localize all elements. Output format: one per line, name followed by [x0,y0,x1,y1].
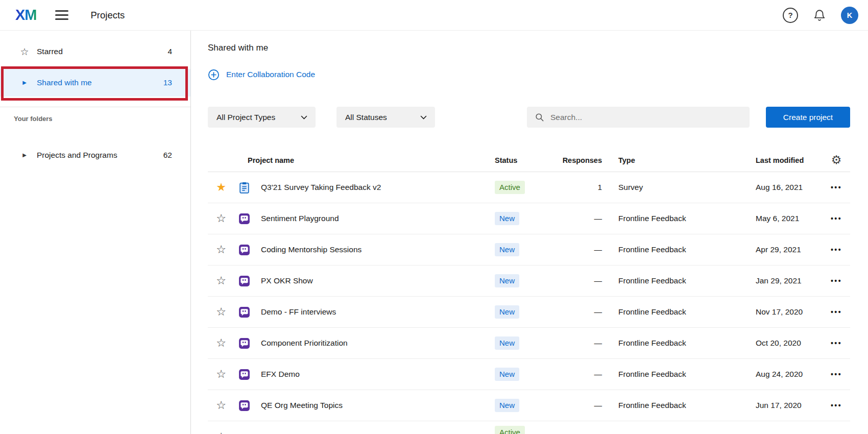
section-heading: Shared with me [208,42,850,54]
column-header-last-modified[interactable]: Last modified [736,156,823,164]
ellipsis-icon: ••• [831,277,842,284]
your-folders-label: Your folders [14,115,53,123]
project-name[interactable]: QE Org Meeting Topics [253,401,495,410]
star-cell[interactable]: ☆ [208,275,226,286]
star-cell[interactable]: ★ [208,182,226,193]
frontline-feedback-icon [238,368,251,381]
table-row[interactable]: ☆ Active ••• [208,421,850,434]
plus-circle-icon [208,69,220,81]
avatar[interactable]: K [841,7,858,24]
ellipsis-icon: ••• [831,402,842,409]
project-icon-cell [226,275,253,287]
table-row[interactable]: ★ Q3'21 Survey Taking Feedback v2 Active… [208,172,850,203]
project-name[interactable]: PX OKR Show [253,276,495,285]
status-filter[interactable]: All Statuses [336,107,435,128]
responses-value: — [555,370,602,379]
column-header-responses[interactable]: Responses [555,156,602,164]
create-project-button[interactable]: Create project [766,107,850,128]
row-actions-button[interactable]: ••• [823,340,850,347]
project-name[interactable]: Component Prioritization [253,339,495,348]
column-header-type[interactable]: Type [602,156,736,164]
table-row[interactable]: ☆ Sentiment Playground New — Frontline F… [208,203,850,234]
responses-value: — [555,339,602,348]
sidebar-item-label: Projects and Programs [37,151,117,160]
star-outline-icon: ☆ [216,400,226,411]
table-row[interactable]: ☆ QE Org Meeting Topics New — Frontline … [208,390,850,421]
top-bar: XM Projects ? K [0,0,868,31]
status-cell: New [495,368,555,381]
last-modified: Aug 24, 2020 [736,370,823,379]
table-row[interactable]: ☆ Component Prioritization New — Frontli… [208,328,850,359]
notifications-button[interactable] [813,9,826,22]
row-actions-button[interactable]: ••• [823,402,850,409]
frontline-feedback-icon [238,212,251,225]
star-cell[interactable]: ☆ [208,400,226,411]
ellipsis-icon: ••• [831,246,842,253]
table-row[interactable]: ☆ Demo - FF interviews New — Frontline F… [208,297,850,328]
question-mark-icon: ? [788,11,792,19]
star-outline-icon: ☆ [216,369,226,380]
status-filter-label: All Statuses [345,113,387,122]
row-actions-button[interactable]: ••• [823,277,850,284]
project-type: Frontline Feedback [602,214,736,223]
responses-value: — [555,214,602,223]
column-header-project-name[interactable]: Project name [226,156,495,164]
search-icon [535,112,544,122]
status-cell: New [495,399,555,412]
row-actions-button[interactable]: ••• [823,246,850,253]
project-name[interactable]: Q3'21 Survey Taking Feedback v2 [253,183,495,192]
star-cell[interactable]: ☆ [208,244,226,255]
sidebar-item-label: Shared with me [37,78,92,87]
ellipsis-icon: ••• [831,340,842,347]
search-input[interactable] [527,107,750,128]
last-modified: Jan 29, 2021 [736,276,823,285]
project-icon-cell [226,212,253,225]
star-cell[interactable]: ☆ [208,306,226,318]
row-actions-button[interactable]: ••• [823,371,850,378]
row-actions-button[interactable]: ••• [823,215,850,222]
table-row[interactable]: ☆ PX OKR Show New — Frontline Feedback J… [208,266,850,297]
filters-row: All Project Types All Statuses Create pr… [208,107,850,128]
star-cell[interactable]: ☆ [208,337,226,349]
star-cell[interactable]: ☆ [208,369,226,380]
sidebar-item-shared-with-me[interactable]: ▶ Shared with me 13 [0,69,190,97]
project-name[interactable]: Coding Mentorship Sessions [253,245,495,254]
sidebar-item-starred[interactable]: ☆ Starred 4 [0,38,190,65]
menu-icon[interactable] [55,10,68,20]
projects-table: Project name Status Responses Type Last … [208,149,850,434]
sidebar-item-count: 62 [163,151,172,160]
star-outline-icon: ☆ [216,306,226,318]
project-icon-cell [226,244,253,256]
table-row[interactable]: ☆ EFX Demo New — Frontline Feedback Aug … [208,359,850,390]
bell-icon [813,9,826,22]
row-actions-button[interactable]: ••• [823,184,850,191]
row-actions-button[interactable]: ••• [823,308,850,316]
table-row[interactable]: ☆ Coding Mentorship Sessions New — Front… [208,234,850,266]
column-header-status[interactable]: Status [495,156,555,164]
project-type: Frontline Feedback [602,370,736,379]
project-name[interactable]: EFX Demo [253,370,495,379]
project-name[interactable]: Demo - FF interviews [253,307,495,317]
status-badge: New [495,399,519,412]
project-name[interactable]: Sentiment Playground [253,214,495,223]
star-cell[interactable]: ☆ [208,213,226,224]
help-button[interactable]: ? [783,8,798,23]
status-cell: Active [495,181,555,194]
table-header: Project name Status Responses Type Last … [208,149,850,172]
project-type-filter[interactable]: All Project Types [208,107,316,128]
menu-bar [55,14,68,16]
status-cell: Active [495,421,555,434]
status-badge: New [495,243,519,256]
project-icon-cell [226,181,253,194]
star-outline-icon: ☆ [216,244,226,255]
enter-collaboration-code-link[interactable]: Enter Collaboration Code [208,67,315,82]
star-cell[interactable]: ☆ [208,431,226,434]
project-type: Frontline Feedback [602,245,736,254]
sidebar-item-projects-and-programs[interactable]: ▶ Projects and Programs 62 [0,142,190,168]
status-cell: New [495,305,555,319]
frontline-feedback-icon [238,337,251,350]
table-settings-button[interactable]: ⚙ [823,154,850,166]
project-icon-cell [226,337,253,350]
xm-logo[interactable]: XM [15,8,37,22]
status-cell: New [495,243,555,256]
